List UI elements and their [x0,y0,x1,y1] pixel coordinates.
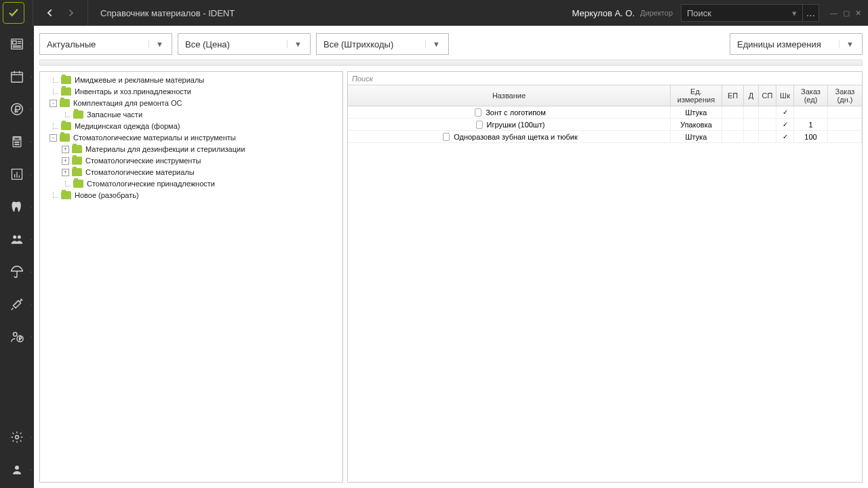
items-table: Поиск Название Ед. измерения ЕП Д СП Шк … [347,71,863,483]
folder-icon [72,157,82,165]
global-search[interactable]: Поиск ▾ [681,4,803,22]
nav-rail: › › › › › › › › › › › › [0,26,34,488]
filter-price[interactable]: Все (Цена)▼ [178,33,311,55]
cell-d [744,106,759,118]
expand-toggle[interactable]: + [62,146,69,153]
svg-rect-15 [14,138,20,140]
col-ep[interactable]: ЕП [722,85,744,106]
tree-node[interactable]: Новое (разобрать) [41,190,341,201]
cell-shk: ✓ [776,119,794,130]
user-name[interactable]: Меркулов А. О. [572,8,635,18]
cell-unit: Штука [671,106,722,118]
cell-ep [722,131,744,142]
chevron-down-icon: ▼ [839,40,855,48]
cell-days [828,131,862,142]
tooth-icon[interactable]: › [8,198,26,216]
calculator-icon[interactable]: › [8,133,26,150]
col-shk[interactable]: Шк [776,85,794,106]
table-row[interactable]: Игрушки (100шт)Упаковка✓1 [348,119,862,131]
cell-name: Зонт с логотипом [486,108,546,117]
calendar-icon[interactable]: › [8,68,26,85]
cell-d [744,131,759,142]
svg-point-28 [14,333,18,337]
filter-units[interactable]: Единицы измерения▼ [730,33,863,55]
folder-icon [61,76,71,84]
col-order[interactable]: Заказ (ед) [794,85,828,106]
syringe-icon[interactable]: › [8,296,26,313]
ribbon-strip [39,60,863,66]
people-icon[interactable]: › [8,230,26,248]
col-unit[interactable]: Ед. измерения [671,85,722,106]
item-icon [475,108,481,117]
tree-node[interactable]: Инвентарь и хоз.принадлежности [41,86,341,97]
item-icon [476,121,483,129]
col-sp[interactable]: СП [759,85,776,106]
table-row[interactable]: Одноразовая зубная щетка и тюбикШтука✓10… [348,131,862,143]
folder-icon [61,191,71,199]
cell-ep [722,119,744,130]
cell-unit: Упаковка [671,119,722,130]
svg-rect-6 [12,73,23,83]
back-button[interactable] [41,5,58,21]
expand-toggle[interactable]: + [62,157,69,165]
tree-label: Материалы для дезинфекции и стерилизации [85,145,245,153]
user-role: Директор [640,9,673,17]
more-button[interactable]: … [803,4,819,22]
cell-days [828,119,862,130]
svg-point-27 [18,235,21,239]
card-icon[interactable]: › [8,35,26,53]
search-placeholder: Поиск [687,8,711,18]
chevron-down-icon: ▼ [425,40,441,48]
person-ruble-icon[interactable]: › [8,328,26,346]
table-search[interactable]: Поиск [348,72,862,85]
tree-label: Медицинская одежда (форма) [75,122,180,130]
tree-label: Стоматологические принадлежности [87,180,215,188]
chart-icon[interactable]: › [8,165,26,183]
cell-sp [759,131,776,142]
tree-node[interactable]: -Стоматологические материалы и инструмен… [41,132,341,143]
folder-icon [60,99,70,107]
cell-shk: ✓ [776,106,794,118]
expand-toggle[interactable]: - [50,100,57,107]
close-button[interactable]: ✕ [855,9,861,18]
maximize-button[interactable]: ▢ [843,9,850,18]
category-tree[interactable]: Имиджевые и рекламные материалыИнвентарь… [39,71,343,483]
expand-toggle[interactable]: + [62,169,69,176]
filter-barcode[interactable]: Все (Штрихкоды)▼ [316,33,449,55]
col-d[interactable]: Д [744,85,759,106]
tree-node[interactable]: +Материалы для дезинфекции и стерилизаци… [41,144,341,155]
cell-sp [759,106,776,118]
tree-node[interactable]: Медицинская одежда (форма) [41,121,341,131]
table-row[interactable]: Зонт с логотипомШтука✓ [348,106,862,119]
expand-toggle[interactable]: - [50,134,57,142]
col-name[interactable]: Название [348,85,671,106]
cell-name: Одноразовая зубная щетка и тюбик [454,133,578,141]
cell-d [744,119,759,130]
tree-node[interactable]: +Стоматологические инструменты [41,155,341,166]
folder-icon [72,168,82,176]
svg-point-20 [16,144,17,145]
tree-node[interactable]: Стоматологические принадлежности [41,178,341,189]
app-logo[interactable] [3,2,24,24]
tree-node[interactable]: +Стоматологические материалы [41,167,341,178]
forward-button[interactable] [63,5,79,21]
window-title: Справочник материалов - IDENT [100,8,235,18]
gear-icon[interactable]: › [8,428,26,446]
item-icon [443,133,450,141]
tree-node[interactable]: Запасные части [41,109,341,120]
person-icon[interactable]: › [8,461,26,479]
tree-label: Инвентарь и хоз.принадлежности [75,87,191,96]
svg-point-26 [13,235,16,239]
main-area: Актуальные▼ Все (Цена)▼ Все (Штрихкоды)▼… [34,26,868,488]
minimize-button[interactable]: — [830,9,837,18]
tree-label: Стоматологические материалы и инструмент… [73,134,236,142]
tree-node[interactable]: Имиджевые и рекламные материалы [41,75,341,85]
col-days[interactable]: Заказ (дн.) [828,85,862,106]
tree-node[interactable]: -Комплектация для ремонта ОС [41,98,341,108]
chevron-down-icon: ▾ [792,8,797,18]
filter-actuality[interactable]: Актуальные▼ [39,33,172,55]
cell-order [794,106,828,118]
svg-point-30 [16,436,19,439]
umbrella-icon[interactable]: › [8,263,26,281]
ruble-icon[interactable]: › [8,100,26,118]
